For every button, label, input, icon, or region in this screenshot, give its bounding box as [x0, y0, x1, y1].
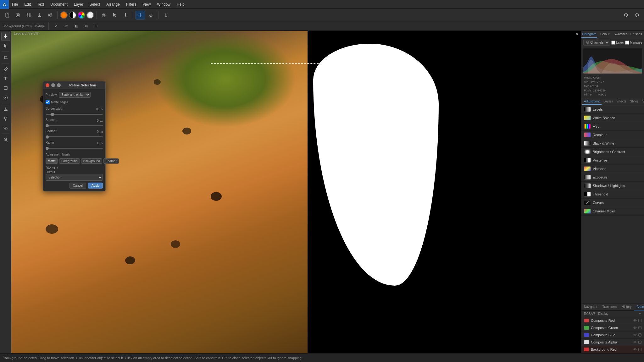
tab-brushes[interactable]: Brushes	[628, 31, 644, 38]
output-select[interactable]: Selection Mask New Layer	[46, 174, 103, 181]
dialog-minimize-btn[interactable]	[51, 83, 55, 87]
ch-dot-3[interactable]	[638, 341, 641, 344]
smooth-slider[interactable]	[46, 125, 103, 126]
tab-matte[interactable]: Matte	[46, 158, 58, 164]
ch-dot-4[interactable]	[638, 348, 641, 351]
transform-mode-btn[interactable]: ⤢	[53, 23, 60, 29]
preview-select[interactable]: Black and white	[59, 92, 91, 98]
dialog-close-btn[interactable]	[46, 83, 49, 87]
tab-feather[interactable]: Feather	[103, 158, 119, 164]
adj-item-wb[interactable]: White Balance	[581, 114, 644, 122]
export-persona-btn[interactable]	[35, 11, 44, 19]
channel-composite-red[interactable]: Composite Red 👁	[581, 317, 644, 324]
menu-window[interactable]: Window	[154, 0, 174, 9]
tab-background[interactable]: Background	[81, 158, 102, 164]
adj-item-bc[interactable]: Brightness / Contrast	[581, 148, 644, 156]
menu-view[interactable]: View	[140, 0, 154, 9]
snap-btn[interactable]	[136, 11, 145, 19]
ch-eye-icon-3[interactable]: 👁	[633, 340, 637, 344]
dodge-burn-tool[interactable]	[1, 114, 10, 123]
cancel-button[interactable]: Cancel	[69, 183, 86, 189]
undo-btn[interactable]	[621, 11, 631, 19]
tab-swatches[interactable]: Swatches	[613, 31, 629, 38]
channels-header-arrow[interactable]: ▼	[638, 312, 641, 315]
tab-histogram[interactable]: Histogram	[581, 31, 597, 38]
btab-channels[interactable]: Channels	[634, 304, 644, 310]
adj-item-curves[interactable]: Curves	[581, 199, 644, 207]
menu-arrange[interactable]: Arrange	[103, 0, 123, 9]
view-mode-btn[interactable]: 👁	[62, 23, 70, 29]
adj-item-exposure[interactable]: Exposure	[581, 173, 644, 182]
move-tool[interactable]	[1, 32, 10, 41]
pixel-persona-btn[interactable]	[24, 11, 33, 19]
transform-btn[interactable]	[99, 11, 109, 19]
share-btn[interactable]	[45, 11, 55, 19]
adj-item-posterize[interactable]: Posterise	[581, 156, 644, 165]
selection-tool[interactable]	[110, 11, 119, 19]
feather-slider[interactable]	[46, 136, 103, 137]
marquee-checkbox[interactable]	[625, 41, 629, 45]
border-width-slider[interactable]	[46, 114, 103, 115]
brush-tool-tb[interactable]	[121, 11, 130, 19]
clone-tool[interactable]	[1, 123, 10, 132]
dialog-maximize-btn[interactable]	[57, 83, 61, 87]
text-tool[interactable]: T	[1, 74, 10, 83]
adj-item-vibrance[interactable]: Vibrance	[581, 165, 644, 173]
adj-item-threshold[interactable]: Threshold	[581, 190, 644, 199]
shape-tool[interactable]	[1, 84, 10, 92]
channel-composite-green[interactable]: Composite Green 👁	[581, 324, 644, 332]
btab-history[interactable]: History	[619, 304, 634, 310]
channel-composite-blue[interactable]: Composite Blue 👁	[581, 332, 644, 339]
ch-dot-0[interactable]	[638, 319, 641, 322]
develop-persona-btn[interactable]	[13, 11, 23, 19]
menu-edit[interactable]: Edit	[21, 0, 34, 9]
btab-transform[interactable]: Transform	[600, 304, 619, 310]
menu-file[interactable]: File	[9, 0, 21, 9]
ch-eye-icon-1[interactable]: 👁	[633, 326, 637, 330]
adj-item-sh[interactable]: Shadows / Highlights	[581, 182, 644, 190]
brush-size-down-btn[interactable]: ▼	[56, 167, 59, 169]
redo-btn[interactable]	[632, 11, 641, 19]
ch-eye-icon-0[interactable]: 👁	[633, 318, 637, 323]
adj-item-levels[interactable]: Levels	[581, 105, 644, 114]
color-btn-orange[interactable]	[60, 11, 68, 19]
menu-text[interactable]: Text	[34, 0, 47, 9]
adj-item-hsl[interactable]: HSL	[581, 122, 644, 131]
color-btn-half[interactable]	[69, 11, 76, 19]
ch-eye-icon-4[interactable]: 👁	[633, 347, 637, 352]
color-btn-white[interactable]	[86, 11, 94, 19]
ramp-slider[interactable]	[46, 148, 103, 149]
selection-arrow-tool[interactable]	[1, 41, 10, 50]
tab-adjustment[interactable]: Adjustment	[582, 98, 602, 105]
canvas-close-btn[interactable]: ×	[576, 31, 579, 37]
menu-filters[interactable]: Filters	[123, 0, 140, 9]
ch-eye-icon-2[interactable]: 👁	[633, 333, 637, 337]
tab-foreground[interactable]: Foreground	[59, 158, 80, 164]
menu-layer[interactable]: Layer	[71, 0, 86, 9]
adj-item-recolour[interactable]: Recolour	[581, 131, 644, 139]
menu-select[interactable]: Select	[86, 0, 103, 9]
ch-dot-2[interactable]	[638, 333, 641, 337]
apply-button[interactable]: Apply	[88, 183, 103, 189]
color-btn-spectrum[interactable]	[78, 11, 85, 19]
channel-composite-alpha[interactable]: Composite Alpha 👁	[581, 339, 644, 346]
fill-tool[interactable]	[1, 105, 10, 113]
adj-item-cm[interactable]: Channel Mixer	[581, 207, 644, 216]
tab-effects[interactable]: Effects	[615, 98, 628, 105]
zoom-tool[interactable]	[1, 135, 10, 144]
tab-styles[interactable]: Styles	[628, 98, 640, 105]
pen-tool[interactable]	[1, 93, 10, 102]
assist-btn[interactable]: ⊞	[83, 23, 90, 29]
canvas-image[interactable]	[11, 31, 581, 353]
menu-document[interactable]: Document	[47, 0, 71, 9]
channel-select[interactable]: All Channels Red Green Blue Alpha	[583, 40, 610, 46]
tab-colour[interactable]: Colour	[597, 31, 613, 38]
menu-help[interactable]: Help	[174, 0, 188, 9]
adj-item-bw[interactable]: Black & White	[581, 139, 644, 148]
new-file-btn[interactable]	[3, 11, 12, 19]
btab-navigator[interactable]: Navigator	[581, 304, 600, 310]
paint-brush-tool[interactable]	[1, 65, 10, 74]
info-btn[interactable]: ℹ	[161, 11, 170, 19]
layer-checkbox[interactable]	[611, 41, 615, 45]
mask-btn[interactable]: ◧	[73, 23, 80, 29]
